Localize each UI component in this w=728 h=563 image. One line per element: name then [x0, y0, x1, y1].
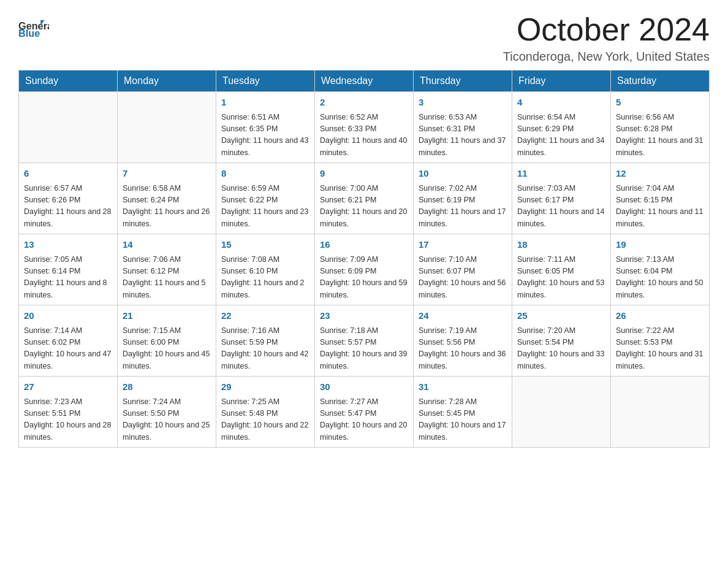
weekday-header-saturday: Saturday — [611, 71, 710, 92]
calendar-cell: 12Sunrise: 7:04 AMSunset: 6:15 PMDayligh… — [611, 163, 710, 234]
calendar-cell: 22Sunrise: 7:16 AMSunset: 5:59 PMDayligh… — [216, 305, 315, 377]
day-number: 23 — [320, 309, 408, 323]
day-number: 27 — [24, 380, 112, 394]
day-info: Sunrise: 6:57 AMSunset: 6:26 PMDaylight:… — [24, 183, 112, 231]
day-info: Sunrise: 7:03 AMSunset: 6:17 PMDaylight:… — [517, 183, 605, 231]
day-number: 24 — [419, 309, 507, 323]
day-info: Sunrise: 6:53 AMSunset: 6:31 PMDaylight:… — [419, 112, 507, 159]
weekday-header-thursday: Thursday — [414, 71, 512, 92]
calendar-week-row: 1Sunrise: 6:51 AMSunset: 6:35 PMDaylight… — [19, 92, 710, 163]
day-info: Sunrise: 7:28 AMSunset: 5:45 PMDaylight:… — [419, 396, 507, 444]
calendar-cell: 27Sunrise: 7:23 AMSunset: 5:51 PMDayligh… — [19, 377, 118, 448]
calendar-cell: 17Sunrise: 7:10 AMSunset: 6:07 PMDayligh… — [414, 234, 512, 305]
calendar-cell: 2Sunrise: 6:52 AMSunset: 6:33 PMDaylight… — [315, 92, 414, 163]
day-number: 16 — [320, 238, 408, 252]
calendar-cell: 13Sunrise: 7:05 AMSunset: 6:14 PMDayligh… — [19, 234, 118, 305]
day-info: Sunrise: 7:19 AMSunset: 5:56 PMDaylight:… — [419, 325, 507, 373]
calendar-week-row: 20Sunrise: 7:14 AMSunset: 6:02 PMDayligh… — [19, 305, 710, 377]
day-info: Sunrise: 7:25 AMSunset: 5:48 PMDaylight:… — [221, 396, 309, 444]
day-info: Sunrise: 7:04 AMSunset: 6:15 PMDaylight:… — [616, 183, 704, 231]
month-title: October 2024 — [503, 12, 710, 47]
day-number: 22 — [221, 309, 309, 323]
calendar-cell: 6Sunrise: 6:57 AMSunset: 6:26 PMDaylight… — [19, 163, 118, 234]
day-info: Sunrise: 7:06 AMSunset: 6:12 PMDaylight:… — [123, 254, 211, 302]
day-info: Sunrise: 6:54 AMSunset: 6:29 PMDaylight:… — [517, 112, 605, 159]
day-number: 1 — [221, 96, 309, 110]
day-number: 11 — [517, 167, 605, 181]
calendar-cell: 11Sunrise: 7:03 AMSunset: 6:17 PMDayligh… — [512, 163, 611, 234]
weekday-header-sunday: Sunday — [19, 71, 118, 92]
location-title: Ticonderoga, New York, United States — [503, 50, 710, 64]
day-number: 7 — [123, 167, 211, 181]
day-info: Sunrise: 7:08 AMSunset: 6:10 PMDaylight:… — [221, 254, 309, 302]
calendar-cell: 28Sunrise: 7:24 AMSunset: 5:50 PMDayligh… — [118, 377, 216, 448]
weekday-header-tuesday: Tuesday — [216, 71, 315, 92]
day-number: 4 — [517, 96, 605, 110]
day-number: 20 — [24, 309, 112, 323]
day-info: Sunrise: 6:58 AMSunset: 6:24 PMDaylight:… — [123, 183, 211, 231]
calendar-cell: 30Sunrise: 7:27 AMSunset: 5:47 PMDayligh… — [315, 377, 414, 448]
calendar-cell: 1Sunrise: 6:51 AMSunset: 6:35 PMDaylight… — [216, 92, 315, 163]
day-number: 25 — [517, 309, 605, 323]
day-number: 26 — [616, 309, 704, 323]
day-info: Sunrise: 7:22 AMSunset: 5:53 PMDaylight:… — [616, 325, 704, 373]
calendar-cell — [611, 377, 710, 448]
day-number: 5 — [616, 96, 704, 110]
day-number: 19 — [616, 238, 704, 252]
calendar-cell: 18Sunrise: 7:11 AMSunset: 6:05 PMDayligh… — [512, 234, 611, 305]
calendar-cell: 19Sunrise: 7:13 AMSunset: 6:04 PMDayligh… — [611, 234, 710, 305]
calendar-cell: 21Sunrise: 7:15 AMSunset: 6:00 PMDayligh… — [118, 305, 216, 377]
day-number: 28 — [123, 380, 211, 394]
logo-icon: General Blue — [18, 12, 49, 43]
day-info: Sunrise: 7:11 AMSunset: 6:05 PMDaylight:… — [517, 254, 605, 302]
calendar-cell — [118, 92, 216, 163]
day-info: Sunrise: 6:59 AMSunset: 6:22 PMDaylight:… — [221, 183, 309, 231]
day-info: Sunrise: 6:52 AMSunset: 6:33 PMDaylight:… — [320, 112, 408, 159]
day-info: Sunrise: 7:16 AMSunset: 5:59 PMDaylight:… — [221, 325, 309, 373]
day-info: Sunrise: 7:10 AMSunset: 6:07 PMDaylight:… — [419, 254, 507, 302]
weekday-header-wednesday: Wednesday — [315, 71, 414, 92]
day-info: Sunrise: 7:23 AMSunset: 5:51 PMDaylight:… — [24, 396, 112, 444]
calendar-cell: 31Sunrise: 7:28 AMSunset: 5:45 PMDayligh… — [414, 377, 512, 448]
calendar-cell: 10Sunrise: 7:02 AMSunset: 6:19 PMDayligh… — [414, 163, 512, 234]
day-info: Sunrise: 7:05 AMSunset: 6:14 PMDaylight:… — [24, 254, 112, 302]
svg-text:Blue: Blue — [18, 28, 40, 39]
day-number: 12 — [616, 167, 704, 181]
day-number: 29 — [221, 380, 309, 394]
day-number: 21 — [123, 309, 211, 323]
title-area: October 2024 Ticonderoga, New York, Unit… — [503, 12, 710, 64]
calendar-week-row: 27Sunrise: 7:23 AMSunset: 5:51 PMDayligh… — [19, 377, 710, 448]
calendar-cell: 16Sunrise: 7:09 AMSunset: 6:09 PMDayligh… — [315, 234, 414, 305]
day-info: Sunrise: 7:24 AMSunset: 5:50 PMDaylight:… — [123, 396, 211, 444]
calendar-cell: 29Sunrise: 7:25 AMSunset: 5:48 PMDayligh… — [216, 377, 315, 448]
day-info: Sunrise: 7:27 AMSunset: 5:47 PMDaylight:… — [320, 396, 408, 444]
day-number: 18 — [517, 238, 605, 252]
day-info: Sunrise: 7:14 AMSunset: 6:02 PMDaylight:… — [24, 325, 112, 373]
day-info: Sunrise: 7:13 AMSunset: 6:04 PMDaylight:… — [616, 254, 704, 302]
day-info: Sunrise: 7:20 AMSunset: 5:54 PMDaylight:… — [517, 325, 605, 373]
day-number: 13 — [24, 238, 112, 252]
day-number: 6 — [24, 167, 112, 181]
day-number: 9 — [320, 167, 408, 181]
calendar-cell: 7Sunrise: 6:58 AMSunset: 6:24 PMDaylight… — [118, 163, 216, 234]
weekday-header-monday: Monday — [118, 71, 216, 92]
day-number: 2 — [320, 96, 408, 110]
calendar-header-row: SundayMondayTuesdayWednesdayThursdayFrid… — [19, 71, 710, 92]
calendar-cell: 4Sunrise: 6:54 AMSunset: 6:29 PMDaylight… — [512, 92, 611, 163]
calendar-cell: 23Sunrise: 7:18 AMSunset: 5:57 PMDayligh… — [315, 305, 414, 377]
day-number: 8 — [221, 167, 309, 181]
calendar-cell — [19, 92, 118, 163]
weekday-header-friday: Friday — [512, 71, 611, 92]
day-number: 17 — [419, 238, 507, 252]
day-number: 3 — [419, 96, 507, 110]
day-info: Sunrise: 7:09 AMSunset: 6:09 PMDaylight:… — [320, 254, 408, 302]
calendar-cell: 3Sunrise: 6:53 AMSunset: 6:31 PMDaylight… — [414, 92, 512, 163]
day-number: 14 — [123, 238, 211, 252]
calendar-table: SundayMondayTuesdayWednesdayThursdayFrid… — [18, 70, 710, 448]
day-number: 15 — [221, 238, 309, 252]
calendar-cell: 24Sunrise: 7:19 AMSunset: 5:56 PMDayligh… — [414, 305, 512, 377]
calendar-cell: 8Sunrise: 6:59 AMSunset: 6:22 PMDaylight… — [216, 163, 315, 234]
day-info: Sunrise: 7:00 AMSunset: 6:21 PMDaylight:… — [320, 183, 408, 231]
calendar-cell: 5Sunrise: 6:56 AMSunset: 6:28 PMDaylight… — [611, 92, 710, 163]
day-info: Sunrise: 6:51 AMSunset: 6:35 PMDaylight:… — [221, 112, 309, 159]
